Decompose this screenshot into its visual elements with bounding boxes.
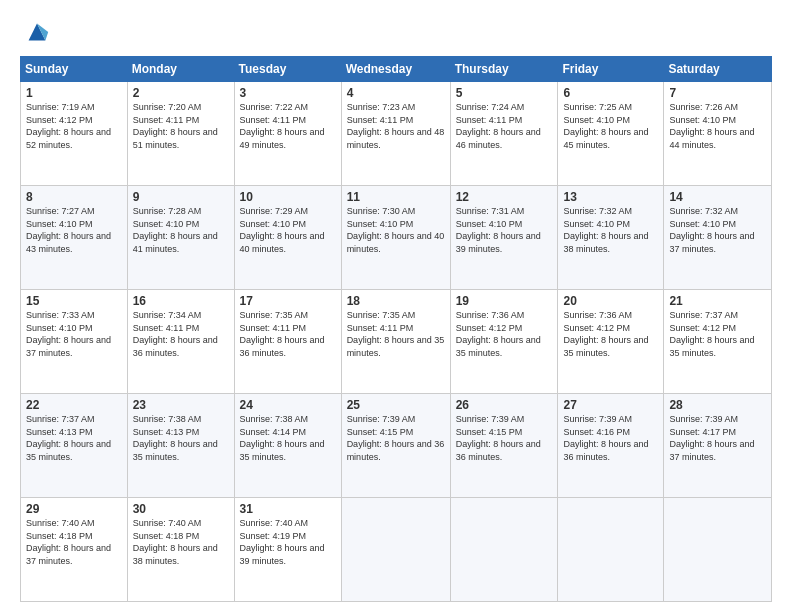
day-number: 8	[26, 190, 122, 204]
calendar-cell	[341, 498, 450, 602]
day-info: Sunrise: 7:40 AMSunset: 4:19 PMDaylight:…	[240, 518, 325, 566]
day-number: 9	[133, 190, 229, 204]
day-info: Sunrise: 7:32 AMSunset: 4:10 PMDaylight:…	[669, 206, 754, 254]
day-number: 29	[26, 502, 122, 516]
calendar-cell: 23 Sunrise: 7:38 AMSunset: 4:13 PMDaylig…	[127, 394, 234, 498]
day-info: Sunrise: 7:30 AMSunset: 4:10 PMDaylight:…	[347, 206, 445, 254]
day-number: 3	[240, 86, 336, 100]
day-number: 21	[669, 294, 766, 308]
day-number: 15	[26, 294, 122, 308]
day-info: Sunrise: 7:36 AMSunset: 4:12 PMDaylight:…	[563, 310, 648, 358]
day-info: Sunrise: 7:26 AMSunset: 4:10 PMDaylight:…	[669, 102, 754, 150]
day-number: 27	[563, 398, 658, 412]
day-info: Sunrise: 7:25 AMSunset: 4:10 PMDaylight:…	[563, 102, 648, 150]
calendar-cell: 16 Sunrise: 7:34 AMSunset: 4:11 PMDaylig…	[127, 290, 234, 394]
calendar-cell: 18 Sunrise: 7:35 AMSunset: 4:11 PMDaylig…	[341, 290, 450, 394]
calendar-table: SundayMondayTuesdayWednesdayThursdayFrid…	[20, 56, 772, 602]
calendar-cell	[450, 498, 558, 602]
day-info: Sunrise: 7:40 AMSunset: 4:18 PMDaylight:…	[26, 518, 111, 566]
calendar-cell: 17 Sunrise: 7:35 AMSunset: 4:11 PMDaylig…	[234, 290, 341, 394]
weekday-header-saturday: Saturday	[664, 57, 772, 82]
day-number: 20	[563, 294, 658, 308]
day-number: 12	[456, 190, 553, 204]
day-info: Sunrise: 7:39 AMSunset: 4:15 PMDaylight:…	[347, 414, 445, 462]
day-info: Sunrise: 7:31 AMSunset: 4:10 PMDaylight:…	[456, 206, 541, 254]
weekday-header-thursday: Thursday	[450, 57, 558, 82]
day-number: 25	[347, 398, 445, 412]
day-info: Sunrise: 7:39 AMSunset: 4:15 PMDaylight:…	[456, 414, 541, 462]
calendar-cell: 6 Sunrise: 7:25 AMSunset: 4:10 PMDayligh…	[558, 82, 664, 186]
calendar-cell: 15 Sunrise: 7:33 AMSunset: 4:10 PMDaylig…	[21, 290, 128, 394]
calendar-cell: 21 Sunrise: 7:37 AMSunset: 4:12 PMDaylig…	[664, 290, 772, 394]
calendar-cell: 4 Sunrise: 7:23 AMSunset: 4:11 PMDayligh…	[341, 82, 450, 186]
day-number: 26	[456, 398, 553, 412]
day-number: 14	[669, 190, 766, 204]
weekday-header-wednesday: Wednesday	[341, 57, 450, 82]
day-info: Sunrise: 7:35 AMSunset: 4:11 PMDaylight:…	[240, 310, 325, 358]
logo	[20, 18, 51, 46]
day-info: Sunrise: 7:29 AMSunset: 4:10 PMDaylight:…	[240, 206, 325, 254]
calendar-cell: 29 Sunrise: 7:40 AMSunset: 4:18 PMDaylig…	[21, 498, 128, 602]
weekday-header-sunday: Sunday	[21, 57, 128, 82]
calendar-cell: 3 Sunrise: 7:22 AMSunset: 4:11 PMDayligh…	[234, 82, 341, 186]
day-number: 11	[347, 190, 445, 204]
calendar-cell: 25 Sunrise: 7:39 AMSunset: 4:15 PMDaylig…	[341, 394, 450, 498]
day-number: 17	[240, 294, 336, 308]
day-number: 28	[669, 398, 766, 412]
day-number: 4	[347, 86, 445, 100]
calendar-cell: 12 Sunrise: 7:31 AMSunset: 4:10 PMDaylig…	[450, 186, 558, 290]
calendar-cell: 11 Sunrise: 7:30 AMSunset: 4:10 PMDaylig…	[341, 186, 450, 290]
day-info: Sunrise: 7:38 AMSunset: 4:14 PMDaylight:…	[240, 414, 325, 462]
calendar-week-row: 22 Sunrise: 7:37 AMSunset: 4:13 PMDaylig…	[21, 394, 772, 498]
day-info: Sunrise: 7:40 AMSunset: 4:18 PMDaylight:…	[133, 518, 218, 566]
calendar-cell: 2 Sunrise: 7:20 AMSunset: 4:11 PMDayligh…	[127, 82, 234, 186]
day-number: 5	[456, 86, 553, 100]
day-info: Sunrise: 7:32 AMSunset: 4:10 PMDaylight:…	[563, 206, 648, 254]
calendar-cell: 8 Sunrise: 7:27 AMSunset: 4:10 PMDayligh…	[21, 186, 128, 290]
day-info: Sunrise: 7:39 AMSunset: 4:17 PMDaylight:…	[669, 414, 754, 462]
day-number: 18	[347, 294, 445, 308]
day-info: Sunrise: 7:33 AMSunset: 4:10 PMDaylight:…	[26, 310, 111, 358]
day-number: 19	[456, 294, 553, 308]
calendar-cell: 28 Sunrise: 7:39 AMSunset: 4:17 PMDaylig…	[664, 394, 772, 498]
calendar-cell: 19 Sunrise: 7:36 AMSunset: 4:12 PMDaylig…	[450, 290, 558, 394]
day-info: Sunrise: 7:35 AMSunset: 4:11 PMDaylight:…	[347, 310, 445, 358]
calendar-cell: 1 Sunrise: 7:19 AMSunset: 4:12 PMDayligh…	[21, 82, 128, 186]
calendar-week-row: 8 Sunrise: 7:27 AMSunset: 4:10 PMDayligh…	[21, 186, 772, 290]
day-number: 13	[563, 190, 658, 204]
day-number: 31	[240, 502, 336, 516]
calendar-cell: 7 Sunrise: 7:26 AMSunset: 4:10 PMDayligh…	[664, 82, 772, 186]
calendar-cell: 22 Sunrise: 7:37 AMSunset: 4:13 PMDaylig…	[21, 394, 128, 498]
calendar-cell: 10 Sunrise: 7:29 AMSunset: 4:10 PMDaylig…	[234, 186, 341, 290]
day-info: Sunrise: 7:34 AMSunset: 4:11 PMDaylight:…	[133, 310, 218, 358]
calendar-cell: 30 Sunrise: 7:40 AMSunset: 4:18 PMDaylig…	[127, 498, 234, 602]
day-number: 2	[133, 86, 229, 100]
header	[20, 18, 772, 46]
page: SundayMondayTuesdayWednesdayThursdayFrid…	[0, 0, 792, 612]
day-number: 23	[133, 398, 229, 412]
weekday-header-friday: Friday	[558, 57, 664, 82]
day-number: 10	[240, 190, 336, 204]
calendar-cell: 5 Sunrise: 7:24 AMSunset: 4:11 PMDayligh…	[450, 82, 558, 186]
day-info: Sunrise: 7:23 AMSunset: 4:11 PMDaylight:…	[347, 102, 445, 150]
day-info: Sunrise: 7:20 AMSunset: 4:11 PMDaylight:…	[133, 102, 218, 150]
day-number: 1	[26, 86, 122, 100]
calendar-cell: 9 Sunrise: 7:28 AMSunset: 4:10 PMDayligh…	[127, 186, 234, 290]
calendar-week-row: 1 Sunrise: 7:19 AMSunset: 4:12 PMDayligh…	[21, 82, 772, 186]
weekday-header-row: SundayMondayTuesdayWednesdayThursdayFrid…	[21, 57, 772, 82]
weekday-header-monday: Monday	[127, 57, 234, 82]
calendar-week-row: 15 Sunrise: 7:33 AMSunset: 4:10 PMDaylig…	[21, 290, 772, 394]
calendar-cell	[664, 498, 772, 602]
day-number: 30	[133, 502, 229, 516]
calendar-cell: 26 Sunrise: 7:39 AMSunset: 4:15 PMDaylig…	[450, 394, 558, 498]
calendar-cell	[558, 498, 664, 602]
day-number: 22	[26, 398, 122, 412]
day-number: 24	[240, 398, 336, 412]
day-info: Sunrise: 7:36 AMSunset: 4:12 PMDaylight:…	[456, 310, 541, 358]
day-info: Sunrise: 7:22 AMSunset: 4:11 PMDaylight:…	[240, 102, 325, 150]
day-info: Sunrise: 7:38 AMSunset: 4:13 PMDaylight:…	[133, 414, 218, 462]
calendar-cell: 31 Sunrise: 7:40 AMSunset: 4:19 PMDaylig…	[234, 498, 341, 602]
calendar-cell: 13 Sunrise: 7:32 AMSunset: 4:10 PMDaylig…	[558, 186, 664, 290]
day-info: Sunrise: 7:19 AMSunset: 4:12 PMDaylight:…	[26, 102, 111, 150]
calendar-cell: 27 Sunrise: 7:39 AMSunset: 4:16 PMDaylig…	[558, 394, 664, 498]
